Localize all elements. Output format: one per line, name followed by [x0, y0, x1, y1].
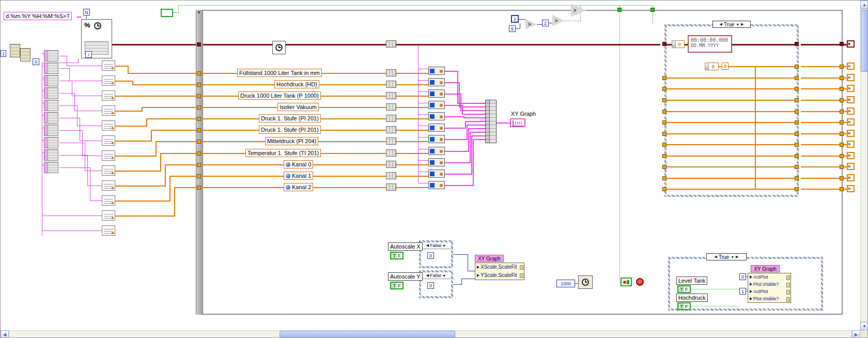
convert-node[interactable]	[428, 170, 445, 178]
format-string-node[interactable]	[102, 60, 115, 71]
get-datetime-node[interactable]	[272, 41, 286, 54]
scale-zero-y[interactable]: 0	[427, 282, 434, 289]
bundle-node[interactable]	[386, 149, 396, 157]
bundle-node[interactable]	[386, 115, 396, 122]
channel-constant[interactable]: Kanal 2	[284, 183, 313, 191]
signal-label[interactable]: Druck 1. Stufe (PI 201)	[259, 114, 321, 122]
unbundle-node[interactable]	[44, 100, 58, 111]
format-string-node[interactable]	[102, 165, 115, 176]
loop-condition-node[interactable]	[621, 278, 632, 286]
spin-zero-constant[interactable]: 0	[674, 40, 685, 48]
bundle-node[interactable]	[386, 40, 396, 48]
indicator-terminal[interactable]	[847, 107, 855, 115]
property-node-class[interactable]: XY Graph	[751, 265, 780, 272]
property-row[interactable]: ActPlot	[748, 273, 791, 281]
format-string-node[interactable]	[102, 105, 115, 116]
array-constant[interactable]	[20, 48, 30, 62]
case-prev-icon[interactable]: ◀	[715, 255, 717, 259]
case-next-icon[interactable]: ▶	[741, 22, 743, 26]
unbundle-node[interactable]	[44, 125, 58, 136]
stop-button-terminal[interactable]	[636, 278, 644, 286]
first-call-node[interactable]	[161, 9, 173, 17]
structure-dropdown-icon[interactable]: ▼	[197, 11, 201, 15]
property-row[interactable]: ActPlot	[748, 288, 791, 295]
autoscale-x-label[interactable]: Autoscale X	[388, 242, 423, 251]
format-string-node[interactable]	[102, 195, 115, 206]
one-constant[interactable]: 1	[1, 50, 6, 57]
convert-node[interactable]	[428, 78, 445, 86]
timestamp-constant[interactable]: 00:00:00,000 DD.MM.YYYY	[688, 35, 732, 53]
n-terminal[interactable]: N	[83, 9, 90, 16]
xy-graph-terminal[interactable]	[510, 118, 525, 127]
init-zero-constant[interactable]: 0	[707, 63, 719, 70]
horizontal-scrollbar-thumb[interactable]	[280, 331, 455, 338]
format-string-node[interactable]	[102, 210, 115, 221]
signal-label[interactable]: Mitteldruck (PI 204)	[265, 137, 318, 145]
iteration-terminal[interactable]: i	[511, 15, 519, 23]
case-dropdown-icon[interactable]: ▼	[442, 274, 446, 278]
case-dropdown-icon[interactable]: ▼	[442, 244, 446, 248]
format-string-node[interactable]	[102, 150, 115, 161]
unbundle-node[interactable]	[44, 149, 58, 161]
channel-constant[interactable]: Kanal 0	[284, 160, 313, 168]
indicator-terminal[interactable]	[847, 85, 855, 92]
indicator-terminal[interactable]	[847, 118, 855, 126]
convert-node[interactable]	[428, 112, 445, 120]
unbundle-node[interactable]	[44, 75, 58, 86]
autoscale-y-label[interactable]: Autoscale Y	[388, 272, 423, 281]
wait-ms-node[interactable]	[578, 275, 593, 289]
property-row[interactable]: YScale.ScaleFit	[475, 271, 524, 280]
property-row[interactable]: XScale.ScaleFit	[475, 263, 524, 271]
indicator-terminal[interactable]	[847, 130, 855, 137]
format-string-node[interactable]	[102, 135, 115, 146]
convert-node[interactable]	[428, 158, 445, 166]
bundle-node[interactable]	[386, 92, 396, 99]
convert-node[interactable]	[428, 89, 445, 98]
convert-node[interactable]	[428, 135, 445, 143]
unbundle-node[interactable]	[44, 162, 58, 173]
case-dropdown-icon[interactable]: ▼	[731, 255, 734, 259]
format-string-node[interactable]	[102, 75, 115, 86]
case-selector[interactable]: ◀ True ▼ ▶	[712, 21, 751, 28]
plot-label[interactable]: Level Tank	[676, 276, 707, 285]
signal-label[interactable]: Temperatur 1. Stufe (TI 201)	[245, 149, 321, 157]
false-case-selector[interactable]: ◀ False ▼	[421, 272, 451, 279]
convert-node[interactable]	[428, 181, 445, 189]
case-prev-icon[interactable]: ◀	[426, 273, 429, 278]
xy-graph-label[interactable]: XY Graph	[511, 111, 536, 117]
convert-node[interactable]	[428, 147, 445, 155]
false-case-selector[interactable]: ◀ False ▼	[421, 242, 451, 249]
tf-constant-y[interactable]: TF	[390, 282, 404, 289]
unbundle-node[interactable]	[44, 137, 58, 148]
signal-label[interactable]: Isolier Vakuum	[277, 103, 319, 111]
plot-index-constant[interactable]: 0	[739, 273, 746, 280]
indicator-terminal[interactable]	[847, 174, 855, 181]
unbundle-node[interactable]	[44, 112, 58, 124]
unbundle-node[interactable]	[44, 50, 58, 62]
format-string-node[interactable]	[102, 120, 115, 131]
scroll-left-button[interactable]: ◀	[1, 330, 9, 338]
bundle-node[interactable]	[386, 137, 396, 145]
format-string-node[interactable]	[102, 90, 115, 101]
scroll-right-button[interactable]: ▶	[852, 330, 860, 338]
case-next-icon[interactable]: ▶	[736, 255, 738, 259]
false-case-x[interactable]: ◀ False ▼	[419, 240, 453, 268]
zero-constant[interactable]: 0	[33, 58, 39, 65]
signal-label[interactable]: Druck 1. Stufe (PI 201)	[259, 126, 321, 134]
i-terminal[interactable]: i	[85, 51, 92, 58]
plot-index-constant[interactable]: 1	[739, 288, 746, 295]
convert-node[interactable]	[428, 101, 445, 109]
indicator-terminal[interactable]	[847, 96, 855, 103]
scroll-down-button[interactable]: ▼	[860, 322, 868, 330]
indicator-terminal[interactable]	[847, 74, 855, 81]
convert-node[interactable]	[428, 67, 445, 75]
bundle-node[interactable]	[386, 126, 396, 133]
tf-constant-plot2[interactable]: TF	[677, 302, 691, 310]
scale-zero-x[interactable]: 0	[427, 252, 434, 259]
format-string-node[interactable]	[102, 225, 115, 236]
indicator-terminal[interactable]	[847, 185, 855, 192]
case-prev-icon[interactable]: ◀	[426, 243, 429, 248]
array-constant[interactable]	[10, 44, 20, 57]
plot-property-node[interactable]: ActPlot Plot.Visible? ActPlot Plot.Visib…	[748, 273, 791, 303]
two-constant[interactable]: 2	[542, 20, 549, 26]
